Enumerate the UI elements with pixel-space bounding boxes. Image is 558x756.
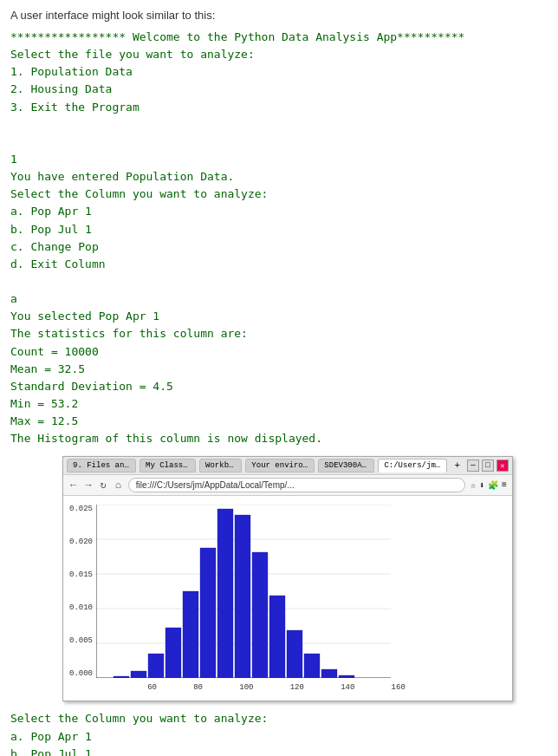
svg-rect-17 [287, 630, 302, 678]
y-label-6: 0.000 [63, 669, 93, 678]
address-bar[interactable]: file:///C:/Users/jm/AppData/Local/Temp/.… [128, 478, 465, 492]
chart-body: 60 80 100 120 140 160 [96, 505, 503, 692]
y-axis-labels: 0.025 0.020 0.015 0.010 0.005 0.000 [63, 505, 96, 678]
new-tab-button[interactable]: + [451, 460, 464, 471]
svg-rect-19 [321, 669, 337, 678]
svg-rect-9 [148, 654, 164, 678]
terminal-block1: ***************** Welcome to the Python … [10, 29, 548, 447]
chart-area: 0.025 0.020 0.015 0.010 0.005 0.000 [63, 505, 503, 692]
tab-matplotlib[interactable]: C:/Users/jm/App... ✕ [378, 459, 447, 472]
browser-toolbar: ← → ↻ ⌂ file:///C:/Users/jm/AppData/Loca… [63, 475, 512, 496]
tab-sdev[interactable]: SDEV300AR - A [318, 459, 374, 472]
svg-rect-8 [131, 671, 146, 678]
x-label-4: 120 [290, 683, 304, 692]
svg-rect-14 [235, 515, 250, 678]
x-axis-labels: 60 80 100 120 140 160 [129, 681, 424, 692]
y-label-1: 0.025 [63, 505, 93, 513]
x-label-6: 160 [392, 683, 406, 692]
svg-rect-10 [165, 628, 181, 678]
chart-container: 0.025 0.020 0.015 0.010 0.005 0.000 [63, 496, 512, 701]
svg-rect-12 [200, 548, 216, 678]
y-label-5: 0.005 [63, 636, 93, 645]
tab-files[interactable]: 9. Files and Exceptio [67, 459, 136, 472]
forward-button[interactable]: → [83, 479, 93, 492]
star-icon[interactable]: ☆ [470, 480, 476, 491]
menu-icon[interactable]: ≡ [502, 480, 507, 490]
y-label-3: 0.015 [63, 570, 93, 579]
extensions-icon[interactable]: 🧩 [488, 480, 498, 491]
y-label-2: 0.020 [63, 538, 93, 546]
svg-rect-15 [252, 552, 268, 678]
svg-rect-18 [304, 654, 320, 678]
home-button[interactable]: ⌂ [114, 479, 123, 492]
svg-rect-7 [114, 676, 129, 678]
intro-label: A user interface might look similar to t… [10, 9, 548, 22]
svg-rect-20 [339, 675, 354, 678]
minimize-button[interactable]: ─ [467, 459, 479, 472]
x-label-1: 60 [147, 683, 157, 692]
close-button[interactable]: ✕ [496, 459, 509, 472]
histogram-chart [96, 505, 391, 678]
x-label-5: 140 [341, 683, 354, 692]
toolbar-icons: ☆ ⬇ 🧩 ≡ [470, 480, 507, 491]
refresh-button[interactable]: ↻ [98, 479, 107, 492]
tab-environment[interactable]: Your environme... [245, 459, 315, 472]
svg-rect-16 [269, 596, 285, 678]
x-label-3: 100 [239, 683, 253, 692]
x-label-2: 80 [193, 683, 203, 692]
browser-titlebar: 9. Files and Exceptio My Classrooms Work… [63, 457, 512, 475]
terminal-block2: Select the Column you want to analyze: a… [10, 710, 548, 756]
svg-rect-11 [183, 591, 198, 678]
window-controls: ─ □ ✕ [467, 459, 509, 472]
tab-workbench[interactable]: Workbench [199, 459, 242, 472]
tab-classrooms[interactable]: My Classrooms [140, 459, 196, 472]
svg-rect-13 [217, 509, 233, 678]
browser-window: 9. Files and Exceptio My Classrooms Work… [62, 456, 513, 701]
maximize-button[interactable]: □ [482, 459, 494, 472]
y-label-4: 0.010 [63, 603, 93, 612]
back-button[interactable]: ← [68, 479, 78, 492]
download-icon[interactable]: ⬇ [479, 480, 484, 491]
